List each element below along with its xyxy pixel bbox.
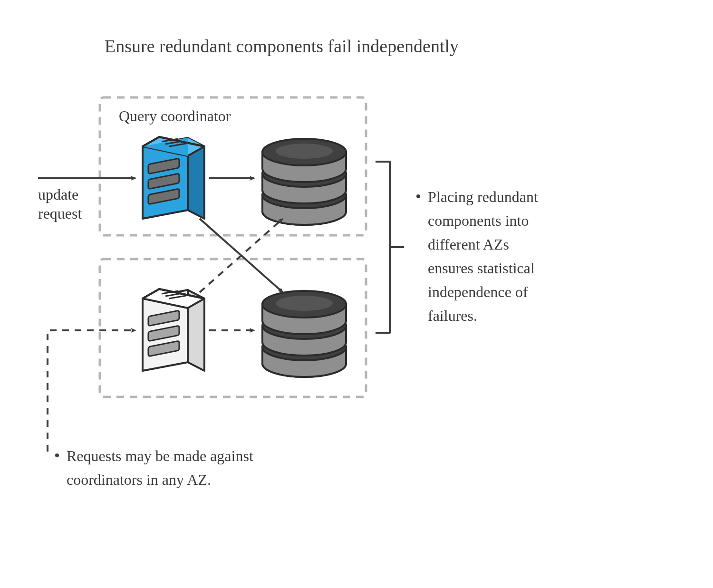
server-icon-secondary <box>143 289 204 371</box>
database-icon-1 <box>262 139 346 225</box>
right-note-line4: ensures statistical <box>428 260 535 277</box>
diagram-canvas: Ensure redundant components fail indepen… <box>0 0 713 588</box>
arrow-request-to-secondary <box>48 330 135 452</box>
database-icon-2 <box>262 291 346 377</box>
update-request-label-line2: request <box>38 205 82 222</box>
update-request-label-line1: update <box>38 186 78 203</box>
brace-right <box>376 162 404 333</box>
bottom-note-line1: Requests may be made against <box>67 447 253 464</box>
right-note-line5: independence of <box>428 283 528 300</box>
svg-point-10 <box>276 144 333 159</box>
right-note-line2: components into <box>428 212 529 229</box>
svg-point-21 <box>276 296 333 311</box>
query-coordinator-label: Query coordinator <box>119 107 231 125</box>
bullet-dot-right <box>416 194 420 198</box>
bottom-note-line2: coordinators in any AZ. <box>67 471 211 488</box>
right-note-line3: different AZs <box>428 236 509 253</box>
diagram-title: Ensure redundant components fail indepen… <box>105 36 459 56</box>
bullet-dot-bottom <box>55 453 59 457</box>
server-icon-primary <box>143 137 204 219</box>
right-note-line1: Placing redundant <box>428 188 538 205</box>
right-note-line6: failures. <box>428 307 477 324</box>
